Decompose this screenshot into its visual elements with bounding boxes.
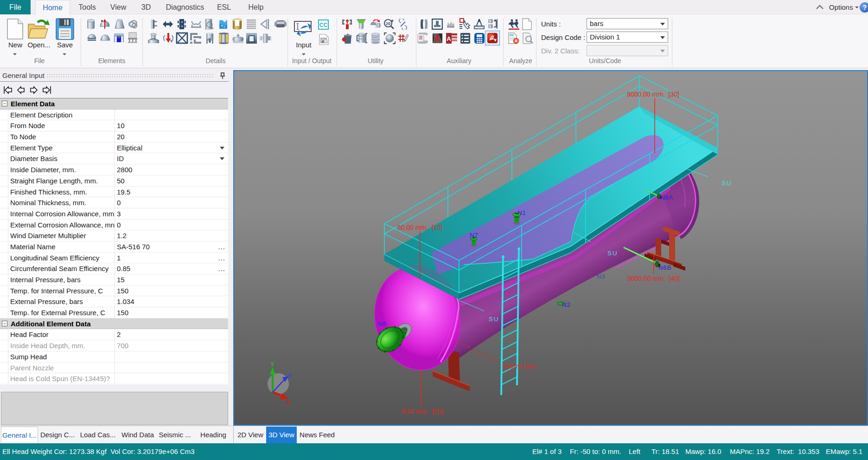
svg-text:SU: SU (721, 180, 732, 187)
svg-text:Y: Y (270, 361, 274, 368)
svg-text:9000.00 mm. [30]: 9000.00 mm. [30] (627, 91, 679, 98)
svg-text:X: X (287, 372, 292, 379)
svg-text:CC: CC (319, 22, 328, 28)
svg-text:N2: N2 (562, 301, 570, 308)
svg-text:N6B: N6B (658, 264, 671, 271)
svg-text:SU: SU (607, 250, 618, 257)
svg-text:N7: N7 (470, 232, 478, 239)
svg-text:20: 20 (386, 21, 390, 26)
svg-text:SU: SU (489, 316, 499, 323)
svg-text:0.00 mm. [20]: 0.00 mm. [20] (402, 408, 443, 415)
svg-text:Datum Line: Datum Line (502, 363, 536, 370)
svg-text:N3: N3 (597, 273, 605, 280)
svg-text:Z: Z (287, 398, 290, 405)
svg-text:A: A (447, 35, 451, 42)
svg-text:50.00 mm. [10]: 50.00 mm. [10] (397, 224, 442, 231)
svg-text:9050.00 mm. [40]: 9050.00 mm. [40] (627, 275, 680, 282)
svg-text:N8: N8 (378, 320, 386, 327)
svg-text:N6A: N6A (660, 194, 673, 201)
svg-text:N1: N1 (517, 209, 526, 216)
